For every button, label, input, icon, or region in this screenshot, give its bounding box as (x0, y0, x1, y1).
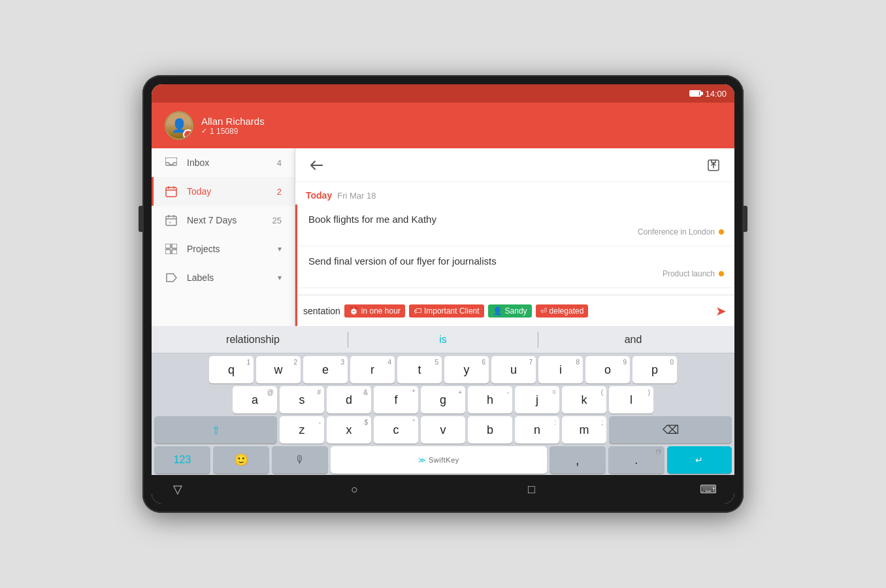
sidebar-item-today[interactable]: Today 2 (152, 177, 295, 206)
volume-button[interactable] (139, 206, 142, 232)
task-item-2[interactable]: Send final version of our flyer for jour… (295, 246, 734, 288)
key-i[interactable]: 8i (538, 356, 583, 384)
key-h[interactable]: -h (468, 386, 512, 414)
num-icon: 123 (174, 455, 191, 465)
key-a-alt: @ (267, 389, 274, 396)
key-c[interactable]: "c (374, 416, 418, 444)
key-a[interactable]: @a (233, 386, 277, 414)
key-t[interactable]: 5t (397, 356, 442, 384)
tag-icon-2: 🏷 (414, 306, 421, 316)
tag-important-client[interactable]: 🏷 Important Client (409, 304, 484, 318)
key-r[interactable]: 4r (350, 356, 395, 384)
user-points: 1 15089 (210, 127, 238, 136)
key-e[interactable]: 3e (303, 356, 348, 384)
key-q-alt: 1 (246, 359, 250, 366)
tag-sandy[interactable]: 👤 Sandy (488, 304, 532, 318)
key-v[interactable]: v (421, 416, 465, 444)
suggestion-3[interactable]: and (538, 334, 728, 346)
suggestion-2[interactable]: is (348, 334, 538, 346)
tag-icon-3: 👤 (493, 306, 502, 316)
key-w-alt: 2 (293, 359, 297, 366)
key-u[interactable]: 7u (491, 356, 536, 384)
export-button[interactable] (703, 155, 724, 176)
back-nav-btn[interactable]: ▽ (165, 476, 191, 502)
key-q[interactable]: 1q (209, 356, 254, 384)
key-p[interactable]: 0p (632, 356, 677, 384)
key-row-4: 123 🙂 🎙 ≫ SwiftKey , (154, 446, 732, 474)
key-f[interactable]: *f (374, 386, 418, 414)
mic-key[interactable]: 🎙 (272, 446, 328, 474)
suggestions-inner: relationship is and (158, 332, 728, 348)
task-item[interactable]: Book flights for me and Kathy Conference… (295, 204, 734, 246)
key-h-alt: - (507, 389, 509, 396)
emoji-key[interactable]: 🙂 (213, 446, 269, 474)
key-k[interactable]: (k (562, 386, 606, 414)
tag-delegated[interactable]: ⏎ delegated (536, 304, 589, 318)
key-y-alt: 6 (482, 359, 485, 366)
enter-icon: ↵ (695, 455, 703, 465)
key-m[interactable]: ;m (562, 416, 606, 444)
backspace-icon: ⌫ (663, 423, 679, 437)
key-d[interactable]: &d (327, 386, 371, 414)
key-j[interactable]: =j (515, 386, 559, 414)
today-count: 2 (277, 187, 282, 197)
today-label-detail: Today (306, 190, 332, 201)
today-icon (165, 185, 178, 198)
swiftkey-brand: ≫ SwiftKey (418, 456, 459, 465)
number-switch-key[interactable]: 123 (154, 446, 210, 474)
key-c-alt: " (412, 419, 415, 426)
tablet-screen: 14:00 👤 Allan Richards ✓ 1 15089 (152, 84, 734, 504)
sidebar-item-labels[interactable]: Labels ▾ (152, 263, 295, 292)
backspace-key[interactable]: ⌫ (609, 416, 732, 444)
key-w[interactable]: 2w (256, 356, 301, 384)
status-bar: 14:00 (152, 84, 734, 103)
key-n[interactable]: :n (515, 416, 559, 444)
sidebar-item-inbox[interactable]: Inbox 4 (152, 148, 295, 177)
task-title-2: Send final version of our flyer for jour… (308, 255, 724, 267)
user-meta: ✓ 1 15089 (201, 127, 265, 136)
enter-key[interactable]: ↵ (667, 446, 732, 474)
suggestion-1[interactable]: relationship (158, 334, 348, 346)
shift-key[interactable]: ⇧ (154, 416, 277, 444)
avatar[interactable]: 👤 (165, 111, 193, 140)
tag-label-2: Important Client (424, 306, 480, 316)
task-meta-2: Product launch (308, 269, 724, 278)
key-x[interactable]: $x (327, 416, 371, 444)
key-row-1: 1q 2w 3e 4r 5t 6y 7u 8i 9o 0p (154, 356, 732, 384)
key-y[interactable]: 6y (444, 356, 489, 384)
tag-in-one-hour[interactable]: ⏰ in one hour (344, 304, 405, 318)
power-button[interactable] (744, 206, 747, 232)
sidebar-item-projects[interactable]: Projects ▾ (152, 235, 295, 263)
avatar-badge (183, 129, 193, 140)
shift-icon: ⇧ (212, 424, 220, 436)
period-key[interactable]: !? . (608, 446, 664, 474)
sidebar: Inbox 4 Today 2 (152, 148, 295, 326)
key-b[interactable]: b (468, 416, 512, 444)
period-char: . (634, 454, 638, 466)
comma-key[interactable]: , (550, 446, 606, 474)
key-d-alt: & (363, 389, 368, 396)
sidebar-item-next7[interactable]: + Next 7 Days 25 (152, 206, 295, 235)
back-button[interactable] (306, 155, 327, 176)
key-g[interactable]: +g (421, 386, 465, 414)
send-button[interactable]: ➤ (715, 303, 727, 319)
key-o-alt: 9 (623, 359, 627, 366)
recents-nav-btn[interactable]: □ (518, 476, 544, 502)
space-key[interactable]: ≫ SwiftKey (331, 446, 547, 474)
key-z-alt: - (319, 419, 321, 426)
keyboard-rows: 1q 2w 3e 4r 5t 6y 7u 8i 9o 0p @a # (152, 353, 734, 475)
key-s[interactable]: #s (280, 386, 324, 414)
key-u-alt: 7 (529, 359, 533, 366)
keyboard-nav-btn[interactable]: ⌨ (695, 476, 721, 502)
home-nav-btn[interactable]: ○ (342, 476, 368, 502)
labels-arrow: ▾ (278, 273, 282, 282)
period-alt: !? (655, 449, 661, 456)
key-o[interactable]: 9o (585, 356, 630, 384)
key-j-alt: = (552, 389, 556, 396)
key-l[interactable]: )l (609, 386, 653, 414)
svg-rect-10 (165, 250, 171, 254)
key-k-alt: ( (601, 389, 603, 396)
key-z[interactable]: -z (280, 416, 324, 444)
status-bar-right: 14:00 (689, 89, 727, 99)
tag-label-3: Sandy (505, 306, 527, 316)
